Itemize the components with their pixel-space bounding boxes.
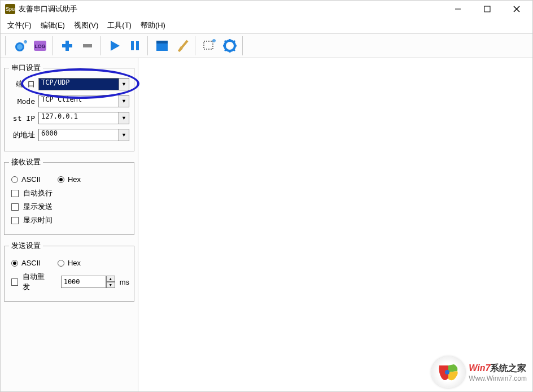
title-bar: Spu 友善串口调试助手 xyxy=(1,1,532,18)
spin-up-icon[interactable]: ▲ xyxy=(106,276,115,282)
watermark-brand-text: 系统之家 xyxy=(490,363,526,373)
window-title: 友善串口调试助手 xyxy=(19,4,447,14)
addr-value[interactable]: 6000 xyxy=(38,129,119,141)
add-connection-icon[interactable] xyxy=(10,36,29,55)
send-settings-group: 发送设置 ASCII Hex 自动重发 ▲ xyxy=(4,241,134,302)
serial-legend: 串口设置 xyxy=(9,63,43,73)
checkbox-icon xyxy=(11,190,19,197)
minus-icon[interactable] xyxy=(78,36,97,55)
maximize-button[interactable] xyxy=(476,1,499,17)
port-value[interactable]: TCP/UDP xyxy=(38,78,119,90)
brush-icon[interactable] xyxy=(173,36,192,55)
show-time-checkbox[interactable]: 显示时间 xyxy=(11,215,129,225)
menu-tools[interactable]: 工具(T) xyxy=(104,19,135,32)
menu-bar: 文件(F) 编辑(E) 视图(V) 工具(T) 帮助(H) xyxy=(1,18,532,33)
left-panel: 串口设置 端 口 TCP/UDP ▼ Mode TCP Client ▼ st … xyxy=(1,58,138,391)
menu-view[interactable]: 视图(V) xyxy=(71,19,102,32)
port-dropdown[interactable]: TCP/UDP ▼ xyxy=(38,78,129,90)
menu-file[interactable]: 文件(F) xyxy=(4,19,35,32)
svg-line-18 xyxy=(182,41,187,47)
svg-point-23 xyxy=(228,44,231,47)
svg-rect-14 xyxy=(131,41,134,50)
svg-line-31 xyxy=(225,49,226,51)
dropdown-arrow-icon[interactable]: ▼ xyxy=(119,95,129,107)
checkbox-icon xyxy=(11,278,18,286)
resend-interval-spinner[interactable]: ▲ ▼ xyxy=(61,276,115,288)
play-icon[interactable] xyxy=(105,36,124,55)
auto-wrap-checkbox[interactable]: 自动换行 xyxy=(11,188,129,198)
checkbox-icon xyxy=(11,203,19,211)
recv-legend: 接收设置 xyxy=(9,157,43,167)
close-button[interactable] xyxy=(505,1,528,17)
menu-help[interactable]: 帮助(H) xyxy=(137,19,169,32)
log-icon[interactable]: LOG xyxy=(30,36,50,55)
app-icon: Spu xyxy=(5,4,15,14)
mode-value[interactable]: TCP Client xyxy=(38,95,119,107)
settings-gear-icon[interactable] xyxy=(220,36,239,55)
recv-settings-group: 接收设置 ASCII Hex 自动换行 显示发送 xyxy=(4,157,134,235)
send-legend: 发送设置 xyxy=(9,241,43,251)
radio-icon xyxy=(58,260,64,267)
addr-dropdown[interactable]: 6000 ▼ xyxy=(38,129,129,141)
menu-edit[interactable]: 编辑(E) xyxy=(37,19,68,32)
addr-label: 的地址 xyxy=(9,130,35,140)
radio-icon xyxy=(58,176,64,183)
pause-icon[interactable] xyxy=(125,36,145,55)
radio-icon xyxy=(11,260,18,267)
watermark-brand-w: W xyxy=(469,363,477,373)
mode-dropdown[interactable]: TCP Client ▼ xyxy=(38,95,129,107)
port-label: 端 口 xyxy=(9,79,35,89)
svg-rect-1 xyxy=(484,6,490,12)
unit-label: ms xyxy=(120,278,129,286)
watermark: Win7系统之家 Www.Winwin7.com xyxy=(431,356,527,388)
dropdown-arrow-icon[interactable]: ▼ xyxy=(119,129,129,141)
send-ascii-radio[interactable]: ASCII xyxy=(11,259,41,267)
minimize-button[interactable] xyxy=(447,1,469,17)
svg-line-28 xyxy=(225,41,226,42)
window-icon[interactable] xyxy=(152,36,172,55)
svg-point-32 xyxy=(445,370,449,374)
interval-input[interactable] xyxy=(61,276,106,288)
svg-rect-19 xyxy=(204,41,213,49)
spin-down-icon[interactable]: ▼ xyxy=(106,282,115,288)
svg-point-5 xyxy=(17,44,23,50)
svg-line-30 xyxy=(233,41,235,42)
svg-line-29 xyxy=(233,49,235,51)
auto-resend-checkbox[interactable]: 自动重发 ▲ ▼ ms xyxy=(11,272,129,292)
plus-icon[interactable] xyxy=(58,36,77,55)
show-send-checkbox[interactable]: 显示发送 xyxy=(11,202,129,212)
toolbar: LOG xyxy=(1,33,532,58)
dropdown-arrow-icon[interactable]: ▼ xyxy=(119,78,129,90)
ip-value[interactable]: 127.0.0.1 xyxy=(38,112,119,124)
mode-label: Mode xyxy=(9,97,35,106)
output-area[interactable] xyxy=(138,58,532,391)
radio-icon xyxy=(11,176,18,183)
recv-hex-radio[interactable]: Hex xyxy=(58,175,81,184)
svg-rect-15 xyxy=(136,41,139,50)
new-window-icon[interactable] xyxy=(200,36,219,55)
send-hex-radio[interactable]: Hex xyxy=(58,259,81,267)
svg-rect-17 xyxy=(156,41,168,43)
dropdown-arrow-icon[interactable]: ▼ xyxy=(119,112,129,124)
watermark-url: Www.Winwin7.com xyxy=(469,374,527,382)
svg-marker-13 xyxy=(111,41,120,51)
ip-dropdown[interactable]: 127.0.0.1 ▼ xyxy=(38,112,129,124)
svg-text:LOG: LOG xyxy=(34,43,46,49)
watermark-logo-icon xyxy=(431,356,465,388)
serial-settings-group: 串口设置 端 口 TCP/UDP ▼ Mode TCP Client ▼ st … xyxy=(4,63,134,151)
checkbox-icon xyxy=(11,217,19,224)
recv-ascii-radio[interactable]: ASCII xyxy=(11,175,41,184)
ip-label: st IP xyxy=(9,114,35,123)
